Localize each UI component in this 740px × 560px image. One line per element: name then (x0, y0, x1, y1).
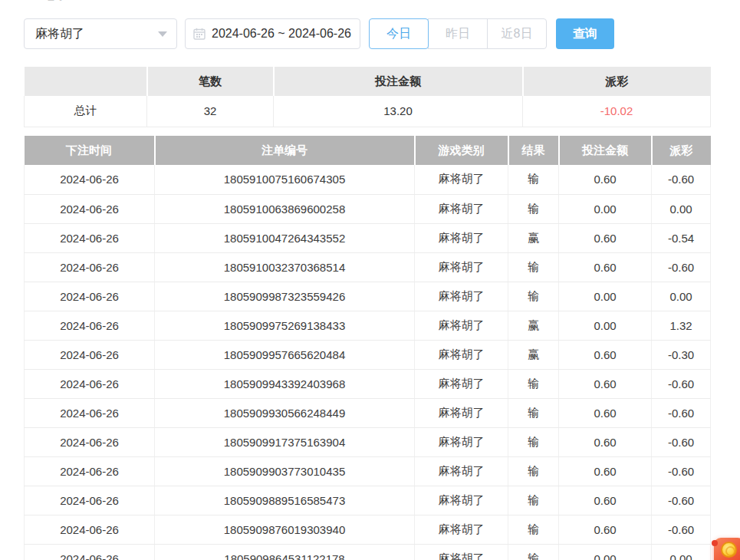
game-select[interactable]: 麻将胡了 (24, 18, 177, 49)
bet-amount-cell: 0.00 (559, 544, 652, 560)
game-type-cell: 麻将胡了 (415, 369, 508, 398)
result-cell: 输 (508, 544, 559, 560)
summary-table: 笔数 投注金额 派彩 总计 32 13.20 -10.02 (24, 67, 711, 127)
table-row: 2024-06-261805909917375163904麻将胡了输0.60-0… (25, 427, 711, 456)
summary-header-row: 笔数 投注金额 派彩 (25, 67, 711, 96)
result-cell: 赢 (508, 340, 559, 369)
bet-amount-cell: 0.00 (559, 194, 652, 223)
game-type-cell: 麻将胡了 (415, 311, 508, 340)
header-bet-amount: 投注金额 (559, 136, 652, 165)
header-game-type: 游戏类别 (415, 136, 508, 165)
payout-cell: -0.60 (652, 486, 711, 515)
game-type-cell: 麻将胡了 (415, 427, 508, 456)
bet-amount-cell: 0.60 (559, 340, 652, 369)
red-packet-coin-icon[interactable] (714, 538, 740, 560)
result-cell: 输 (508, 515, 559, 544)
summary-total-payout: -10.02 (523, 96, 711, 127)
bet-time-cell: 2024-06-26 (25, 544, 155, 560)
table-row: 2024-06-261805909930566248449麻将胡了输0.60-0… (25, 398, 711, 427)
game-type-cell: 麻将胡了 (415, 515, 508, 544)
payout-cell: -0.60 (652, 515, 711, 544)
result-cell: 输 (508, 398, 559, 427)
clipped-page-title: 记录 (41, 0, 87, 4)
table-row: 2024-06-261805910075160674305麻将胡了输0.60-0… (25, 165, 711, 194)
quick-filter-近8日[interactable]: 近8日 (487, 18, 547, 49)
table-row: 2024-06-261805910047264343552麻将胡了赢0.60-0… (25, 223, 711, 252)
filter-toolbar: 麻将胡了 2024-06-26 ~ 2024-06-26 今日昨日近8日 查询 (24, 18, 716, 49)
bet-time-cell: 2024-06-26 (25, 486, 155, 515)
bet-table-header-row: 下注时间 注单编号 游戏类别 结果 投注金额 派彩 (25, 136, 711, 165)
result-cell: 输 (508, 427, 559, 456)
game-type-cell: 麻将胡了 (415, 544, 508, 560)
bet-id-cell: 1805909903773010435 (155, 456, 415, 486)
chevron-down-icon (158, 31, 167, 37)
payout-cell: -0.30 (652, 340, 711, 369)
table-row: 2024-06-261805909975269138433麻将胡了赢0.001.… (25, 311, 711, 340)
table-row: 2024-06-261805909889516585473麻将胡了输0.60-0… (25, 486, 711, 515)
payout-cell: 0.00 (652, 282, 711, 311)
bet-amount-cell: 0.60 (559, 427, 652, 456)
bet-time-cell: 2024-06-26 (25, 194, 155, 223)
bet-id-cell: 1805910075160674305 (155, 165, 415, 194)
quick-filter-昨日[interactable]: 昨日 (428, 18, 488, 49)
game-type-cell: 麻将胡了 (415, 252, 508, 282)
gold-coin-icon (721, 542, 737, 558)
bet-time-cell: 2024-06-26 (25, 252, 155, 282)
bet-time-cell: 2024-06-26 (25, 369, 155, 398)
bet-table-body: 2024-06-261805910075160674305麻将胡了输0.60-0… (25, 165, 711, 560)
payout-cell: 0.00 (652, 194, 711, 223)
bet-amount-cell: 0.60 (559, 515, 652, 544)
result-cell: 输 (508, 165, 559, 194)
game-select-value: 麻将胡了 (35, 26, 84, 42)
query-button[interactable]: 查询 (556, 18, 614, 49)
summary-header-payout: 派彩 (523, 67, 711, 96)
summary-total-row: 总计 32 13.20 -10.02 (25, 96, 711, 127)
result-cell: 输 (508, 252, 559, 282)
payout-cell: 0.00 (652, 544, 711, 560)
table-row: 2024-06-261805909957665620484麻将胡了赢0.60-0… (25, 340, 711, 369)
bet-id-cell: 1805909975269138433 (155, 311, 415, 340)
bet-amount-cell: 0.60 (559, 456, 652, 486)
bet-id-cell: 1805910032370368514 (155, 252, 415, 282)
result-cell: 输 (508, 486, 559, 515)
summary-header-bet-amount: 投注金额 (274, 67, 523, 96)
payout-cell: -0.54 (652, 223, 711, 252)
bet-amount-cell: 0.60 (559, 398, 652, 427)
bet-id-cell: 1805909943392403968 (155, 369, 415, 398)
game-type-cell: 麻将胡了 (415, 223, 508, 252)
table-row: 2024-06-261805909903773010435麻将胡了输0.60-0… (25, 456, 711, 486)
bet-amount-cell: 0.60 (559, 369, 652, 398)
payout-cell: 1.32 (652, 311, 711, 340)
bet-time-cell: 2024-06-26 (25, 340, 155, 369)
table-row: 2024-06-261805909987323559426麻将胡了输0.000.… (25, 282, 711, 311)
calendar-icon (193, 28, 206, 40)
table-row: 2024-06-261805909943392403968麻将胡了输0.60-0… (25, 369, 711, 398)
result-cell: 赢 (508, 223, 559, 252)
bet-time-cell: 2024-06-26 (25, 165, 155, 194)
bet-time-cell: 2024-06-26 (25, 223, 155, 252)
bet-amount-cell: 0.00 (559, 311, 652, 340)
summary-header-empty (25, 67, 147, 96)
table-row: 2024-06-261805909864531122178麻将胡了输0.000.… (25, 544, 711, 560)
bet-amount-cell: 0.00 (559, 282, 652, 311)
payout-cell: -0.60 (652, 398, 711, 427)
bet-amount-cell: 0.60 (559, 252, 652, 282)
game-type-cell: 麻将胡了 (415, 398, 508, 427)
bet-amount-cell: 0.60 (559, 223, 652, 252)
bet-id-cell: 1805909864531122178 (155, 544, 415, 560)
result-cell: 输 (508, 369, 559, 398)
payout-cell: -0.60 (652, 369, 711, 398)
header-bet-id: 注单编号 (155, 136, 415, 165)
bet-amount-cell: 0.60 (559, 165, 652, 194)
table-row: 2024-06-261805910063869600258麻将胡了输0.000.… (25, 194, 711, 223)
quick-filter-今日[interactable]: 今日 (369, 18, 429, 49)
bet-time-cell: 2024-06-26 (25, 427, 155, 456)
bet-time-cell: 2024-06-26 (25, 282, 155, 311)
bet-id-cell: 1805909930566248449 (155, 398, 415, 427)
game-type-cell: 麻将胡了 (415, 340, 508, 369)
date-range-input[interactable]: 2024-06-26 ~ 2024-06-26 (185, 18, 360, 49)
payout-cell: -0.60 (652, 165, 711, 194)
result-cell: 赢 (508, 311, 559, 340)
game-type-cell: 麻将胡了 (415, 282, 508, 311)
result-cell: 输 (508, 282, 559, 311)
